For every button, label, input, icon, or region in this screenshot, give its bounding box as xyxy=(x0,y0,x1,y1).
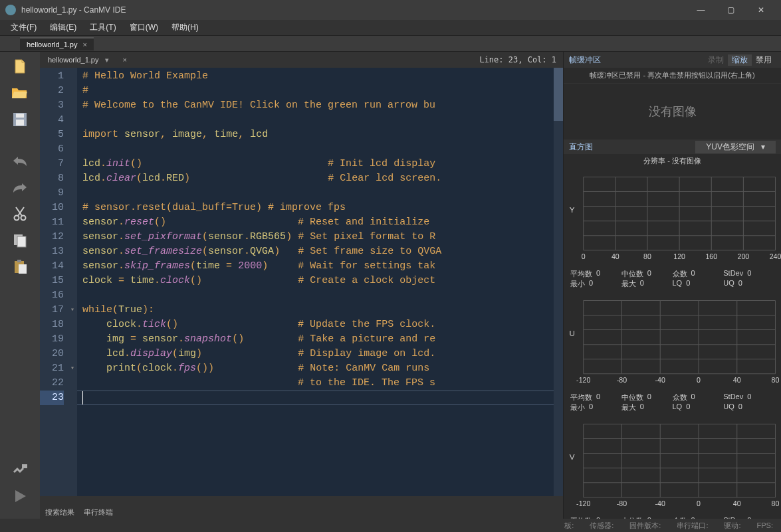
svg-text:-80: -80 xyxy=(617,499,627,507)
titlebar: helloworld_1.py - CanMV IDE — ▢ ✕ xyxy=(0,0,781,20)
svg-text:80: 80 xyxy=(772,499,780,507)
svg-text:-40: -40 xyxy=(655,499,665,507)
framebuffer-message: 帧缓冲区已禁用 - 再次单击禁用按钮以启用(右上角) xyxy=(564,68,781,84)
run-button[interactable] xyxy=(8,487,32,505)
right-panel: 帧缓冲区 录制 缩放 禁用 帧缓冲区已禁用 - 再次单击禁用按钮以启用(右上角)… xyxy=(563,52,781,519)
connect-button[interactable] xyxy=(8,460,32,479)
zoom-button[interactable]: 缩放 xyxy=(728,54,752,66)
line-gutter: 1234567891011121314151617181920212223 xyxy=(40,68,68,496)
status-fps: FPS: xyxy=(757,521,773,529)
framebuffer-title: 帧缓冲区 xyxy=(569,54,601,66)
status-sensor: 传感器: xyxy=(590,521,614,531)
editor-tab[interactable]: helloworld_1.py ▾ xyxy=(40,56,117,64)
histogram-header: 直方图 YUV色彩空间 ▾ xyxy=(564,139,781,154)
histogram-charts: Y04080120160200240平均数0中位数0众数0StDev0最小0最大… xyxy=(564,168,781,519)
menu-item[interactable]: 窗口(W) xyxy=(123,22,165,33)
no-image-label: 没有图像 xyxy=(564,84,781,139)
undo-button[interactable] xyxy=(8,151,32,170)
paste-button[interactable] xyxy=(8,258,32,276)
svg-text:0: 0 xyxy=(582,252,586,260)
vertical-scrollbar[interactable] xyxy=(554,68,563,496)
code-editor[interactable]: 1234567891011121314151617181920212223 ▾▾… xyxy=(40,68,563,496)
file-tab-bar: helloworld_1.py × xyxy=(0,36,781,52)
window-title: helloworld_1.py - CanMV IDE xyxy=(21,5,126,15)
status-firmware: 固件版本: xyxy=(629,521,661,531)
svg-point-3 xyxy=(15,216,19,221)
svg-text:240: 240 xyxy=(770,252,781,260)
svg-text:U: U xyxy=(570,329,575,337)
menu-item[interactable]: 帮助(H) xyxy=(165,22,205,33)
colorspace-select[interactable]: YUV色彩空间 ▾ xyxy=(695,141,776,153)
menubar: 文件(F)编辑(E)工具(T)窗口(W)帮助(H) xyxy=(0,20,781,36)
horizontal-scrollbar[interactable] xyxy=(40,496,563,505)
save-file-button[interactable] xyxy=(8,110,32,129)
status-board: 板: xyxy=(564,521,574,531)
status-port: 串行端口: xyxy=(677,521,708,531)
file-tab-label: helloworld_1.py xyxy=(27,41,77,48)
svg-text:200: 200 xyxy=(738,252,750,260)
svg-rect-8 xyxy=(17,260,21,262)
svg-text:0: 0 xyxy=(697,376,701,384)
file-tab[interactable]: helloworld_1.py × xyxy=(20,37,94,50)
code-area[interactable]: # Hello World Example## Welcome to the C… xyxy=(77,68,563,496)
statusbar: 板: 传感器: 固件版本: 串行端口: 驱动: FPS: xyxy=(0,519,781,532)
svg-text:0: 0 xyxy=(697,499,701,507)
svg-text:80: 80 xyxy=(643,252,651,260)
new-file-button[interactable] xyxy=(8,57,32,76)
close-icon[interactable]: × xyxy=(82,41,86,48)
histogram-resolution: 分辨率 - 没有图像 xyxy=(564,154,781,168)
svg-text:40: 40 xyxy=(612,252,619,260)
editor-tab-bar: helloworld_1.py ▾ × Line: 23, Col: 1 xyxy=(40,52,563,68)
editor-tab-label: helloworld_1.py xyxy=(48,56,98,64)
framebuffer-header: 帧缓冲区 录制 缩放 禁用 xyxy=(564,52,781,68)
svg-text:-40: -40 xyxy=(655,376,665,384)
menu-item[interactable]: 工具(T) xyxy=(83,22,122,33)
app-icon xyxy=(5,5,16,15)
close-button[interactable]: ✕ xyxy=(746,5,776,15)
svg-text:80: 80 xyxy=(772,376,780,384)
chevron-down-icon[interactable]: ▾ xyxy=(105,56,109,64)
svg-text:-120: -120 xyxy=(576,376,590,384)
svg-rect-2 xyxy=(16,120,24,126)
tool-column xyxy=(0,52,40,519)
bottom-tab-bar: 搜索结果串行终端 xyxy=(40,505,563,519)
cursor xyxy=(82,391,83,404)
svg-text:120: 120 xyxy=(673,252,685,260)
copy-button[interactable] xyxy=(8,231,32,250)
svg-text:40: 40 xyxy=(733,376,741,384)
svg-point-4 xyxy=(21,216,26,221)
svg-text:160: 160 xyxy=(705,252,717,260)
editor-pane: helloworld_1.py ▾ × Line: 23, Col: 1 123… xyxy=(40,52,563,519)
redo-button[interactable] xyxy=(8,178,32,197)
svg-text:Y: Y xyxy=(570,205,575,214)
fold-gutter: ▾▾ xyxy=(68,68,77,496)
svg-rect-6 xyxy=(17,236,26,247)
menu-item[interactable]: 编辑(E) xyxy=(43,22,83,33)
disable-button[interactable]: 禁用 xyxy=(752,54,776,66)
menu-item[interactable]: 文件(F) xyxy=(4,22,43,33)
minimize-button[interactable]: — xyxy=(686,5,716,15)
line-col-indicator: Line: 23, Col: 1 xyxy=(473,55,563,64)
histogram-title: 直方图 xyxy=(569,141,593,153)
open-file-button[interactable] xyxy=(8,84,32,102)
svg-text:40: 40 xyxy=(733,499,741,507)
bottom-tab[interactable]: 串行终端 xyxy=(84,507,113,517)
cut-button[interactable] xyxy=(8,205,32,223)
svg-rect-10 xyxy=(22,464,27,468)
status-driver: 驱动: xyxy=(724,521,740,531)
maximize-button[interactable]: ▢ xyxy=(716,5,746,15)
record-button[interactable]: 录制 xyxy=(704,54,728,66)
svg-text:-120: -120 xyxy=(576,499,590,507)
svg-text:V: V xyxy=(570,452,575,461)
svg-text:-80: -80 xyxy=(617,376,627,384)
svg-rect-9 xyxy=(19,264,27,274)
bottom-tab[interactable]: 搜索结果 xyxy=(45,507,74,517)
editor-tab-close[interactable]: × xyxy=(117,56,132,64)
svg-rect-1 xyxy=(16,114,24,118)
